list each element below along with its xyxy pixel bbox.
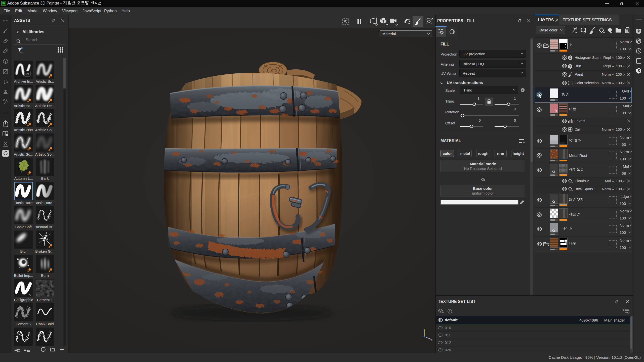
svg-text:Ps: Ps (26, 72, 29, 76)
